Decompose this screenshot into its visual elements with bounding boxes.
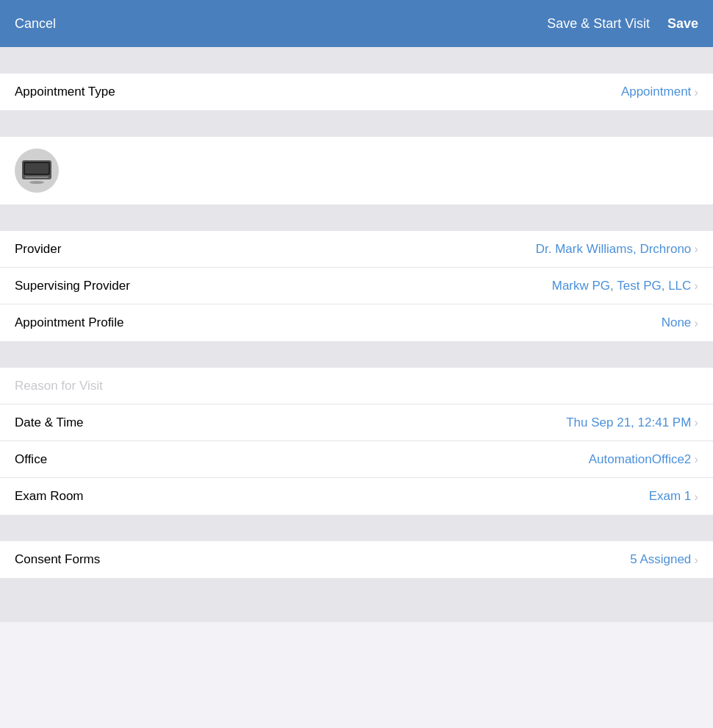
supervising-provider-value: Markw PG, Test PG, LLC [552, 279, 692, 293]
appointment-type-row[interactable]: Appointment Type Appointment › [0, 74, 713, 110]
date-time-value-wrapper: Thu Sep 21, 12:41 PM › [566, 415, 698, 430]
exam-room-value: Exam 1 [649, 489, 692, 504]
save-button[interactable]: Save [667, 16, 698, 32]
date-time-value: Thu Sep 21, 12:41 PM [566, 415, 691, 430]
avatar-section [0, 137, 713, 204]
section-divider-1 [0, 47, 713, 74]
reason-for-visit-row[interactable]: Reason for Visit [0, 368, 713, 404]
consent-forms-label: Consent Forms [15, 552, 100, 567]
provider-label: Provider [15, 242, 61, 257]
header-left: Cancel [15, 16, 56, 32]
svg-rect-2 [25, 176, 49, 178]
section-divider-4 [0, 341, 713, 368]
supervising-provider-chevron-icon: › [694, 279, 698, 292]
date-time-chevron-icon: › [694, 416, 698, 429]
provider-row[interactable]: Provider Dr. Mark Williams, Drchrono › [0, 231, 713, 268]
section-divider-2 [0, 110, 713, 137]
office-value-wrapper: AutomationOffice2 › [589, 452, 698, 467]
provider-chevron-icon: › [694, 243, 698, 255]
section-divider-3 [0, 204, 713, 231]
date-time-label: Date & Time [15, 415, 84, 430]
consent-forms-section: Consent Forms 5 Assigned › [0, 541, 713, 578]
svg-rect-3 [25, 163, 49, 174]
section-divider-6 [0, 578, 713, 622]
consent-forms-row[interactable]: Consent Forms 5 Assigned › [0, 541, 713, 578]
svg-point-4 [29, 181, 44, 184]
cancel-button[interactable]: Cancel [15, 16, 56, 32]
appointment-type-value-wrapper: Appointment › [621, 85, 698, 99]
appointment-profile-label: Appointment Profile [15, 315, 123, 330]
appointment-profile-value-wrapper: None › [662, 315, 698, 330]
supervising-provider-label: Supervising Provider [15, 279, 130, 293]
appointment-profile-chevron-icon: › [694, 317, 698, 329]
reason-for-visit-label: Reason for Visit [15, 379, 103, 393]
appointment-type-chevron-icon: › [694, 86, 698, 99]
provider-section: Provider Dr. Mark Williams, Drchrono › S… [0, 231, 713, 341]
provider-value-wrapper: Dr. Mark Williams, Drchrono › [536, 242, 698, 257]
visit-section: Reason for Visit Date & Time Thu Sep 21,… [0, 368, 713, 515]
appointment-type-value: Appointment [621, 85, 691, 99]
office-chevron-icon: › [694, 453, 698, 465]
appointment-type-section: Appointment Type Appointment › [0, 74, 713, 110]
supervising-provider-value-wrapper: Markw PG, Test PG, LLC › [552, 279, 698, 293]
office-label: Office [15, 452, 47, 467]
consent-forms-value: 5 Assigned [630, 552, 691, 567]
consent-forms-chevron-icon: › [694, 554, 698, 566]
save-start-visit-button[interactable]: Save & Start Visit [547, 16, 650, 32]
app-header: Cancel Save & Start Visit Save [0, 0, 713, 47]
appointment-type-label: Appointment Type [15, 85, 115, 99]
exam-room-value-wrapper: Exam 1 › [649, 489, 698, 504]
appointment-profile-row[interactable]: Appointment Profile None › [0, 304, 713, 341]
appointment-profile-value: None [662, 315, 692, 330]
date-time-row[interactable]: Date & Time Thu Sep 21, 12:41 PM › [0, 404, 713, 441]
office-value: AutomationOffice2 [589, 452, 692, 467]
section-divider-5 [0, 515, 713, 541]
header-right: Save & Start Visit Save [547, 16, 698, 32]
exam-room-label: Exam Room [15, 489, 84, 504]
avatar-image-icon [19, 153, 54, 188]
avatar [15, 149, 59, 193]
exam-room-row[interactable]: Exam Room Exam 1 › [0, 478, 713, 515]
consent-forms-value-wrapper: 5 Assigned › [630, 552, 698, 567]
office-row[interactable]: Office AutomationOffice2 › [0, 441, 713, 478]
exam-room-chevron-icon: › [694, 490, 698, 503]
supervising-provider-row[interactable]: Supervising Provider Markw PG, Test PG, … [0, 268, 713, 304]
provider-value: Dr. Mark Williams, Drchrono [536, 242, 692, 257]
